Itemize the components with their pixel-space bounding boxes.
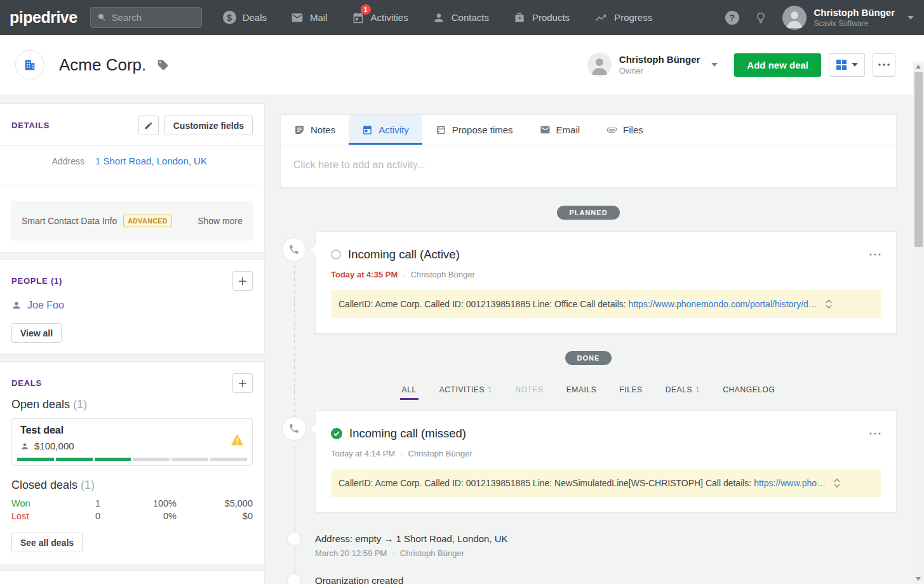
timeline-column (280, 573, 315, 584)
filter-tab-deals[interactable]: DEALS1 (666, 385, 700, 400)
changelog-item-address: Address: empty → 1 Short Road, London, U… (280, 531, 897, 558)
mark-done-checkbox[interactable] (331, 249, 341, 260)
scrollbar-up-arrow-icon[interactable] (916, 65, 921, 69)
activity-user: Christoph Bünger (408, 449, 472, 458)
filter-tab-notes[interactable]: NOTES (515, 385, 543, 400)
nav-item-progress[interactable]: Progress (582, 0, 664, 35)
tips-bulb-icon[interactable] (754, 11, 767, 24)
nav-item-products[interactable]: Products (501, 0, 582, 35)
person-link[interactable]: Joe Foo (27, 300, 64, 311)
owner-dropdown-caret-icon[interactable] (711, 63, 718, 67)
search-input[interactable]: Search (90, 7, 202, 28)
add-person-button[interactable] (232, 271, 253, 291)
closed-deals-stats: Won 1 100% $5,000 Lost 0 0% $0 (11, 497, 253, 522)
deal-item[interactable]: Test deal $100,000 (11, 418, 253, 466)
expand-note-icon[interactable] (825, 299, 833, 309)
scrollbar-thumb[interactable] (914, 72, 923, 247)
tab-propose-times[interactable]: Propose times (422, 115, 526, 145)
email-icon (540, 124, 551, 135)
changelog-item-created: Organization created (280, 573, 897, 584)
plus-icon (238, 277, 247, 286)
scrollbar[interactable] (913, 62, 924, 584)
plus-icon (238, 379, 247, 388)
open-deals-title: Open deals (1) (11, 398, 253, 411)
tag-icon[interactable] (157, 59, 169, 71)
overview-card: OVERVIEW (0, 571, 265, 584)
notes-icon (294, 124, 305, 135)
open-deals-count: (1) (73, 398, 87, 411)
nav-right-cluster: ? Christoph Bünger Scavix Software (725, 6, 924, 30)
add-new-deal-button[interactable]: Add new deal (734, 53, 821, 77)
paperclip-icon (606, 124, 617, 135)
lost-row: Lost 0 0% $0 (11, 510, 253, 522)
add-deal-button[interactable] (232, 373, 253, 393)
scrollbar-down-arrow-icon[interactable] (916, 577, 921, 581)
view-switcher-button[interactable] (829, 53, 865, 77)
call-note: CallerID: Acme Corp. Called ID: 00121398… (331, 469, 881, 497)
done-check-icon[interactable] (331, 428, 342, 439)
user-company: Scavix Software (814, 19, 895, 28)
call-details-link[interactable]: https://www.phonemondo.com/portal/histor… (629, 299, 817, 309)
planned-badge: PLANNED (557, 206, 619, 220)
deals-icon: $ (223, 11, 236, 24)
deals-heading: DEALS (11, 378, 42, 388)
tab-notes[interactable]: Notes (281, 115, 349, 145)
history-filter-tabs: ALL ACTIVITIES1 NOTES EMAILS FILES DEALS… (280, 385, 897, 400)
main-area: Notes Activity Propose times (280, 114, 897, 584)
tab-email[interactable]: Email (526, 115, 594, 145)
call-details-link[interactable]: https://www.pho… (754, 478, 826, 488)
user-menu[interactable]: Christoph Bünger Scavix Software (782, 6, 914, 30)
owner-role: Owner (619, 66, 700, 76)
changelog-time: March 20 12:59 PM (315, 548, 387, 558)
propose-times-icon (436, 124, 446, 135)
filter-tab-emails[interactable]: EMAILS (566, 385, 597, 400)
expand-note-icon[interactable] (833, 478, 841, 488)
nav-item-contacts[interactable]: Contacts (420, 0, 501, 35)
organization-header: Acme Corp. Christoph Bünger Owner Add ne… (0, 35, 924, 95)
nav-item-mail[interactable]: Mail (279, 0, 340, 35)
page-title: Acme Corp. (59, 55, 146, 75)
filter-tab-files[interactable]: FILES (619, 385, 642, 400)
filter-tab-changelog[interactable]: CHANGELOG (723, 385, 775, 400)
customize-fields-button[interactable]: Customize fields (164, 116, 253, 135)
user-name: Christoph Bünger (814, 7, 895, 18)
card-menu-button[interactable] (869, 253, 881, 256)
nav-item-deals[interactable]: $ Deals (211, 0, 279, 35)
tab-activity[interactable]: Activity (349, 115, 422, 145)
activity-calendar-icon (362, 124, 373, 135)
nav-item-activities[interactable]: Activities 1 (340, 0, 420, 35)
deal-value: $100,000 (34, 441, 74, 451)
composer-tabs: Notes Activity Propose times (281, 115, 896, 145)
closed-deals-count: (1) (81, 479, 95, 491)
add-activity-input[interactable]: Click here to add an activity... (281, 145, 896, 187)
grid-icon (836, 60, 847, 70)
pipedrive-organization-page: pipedrive Search $ Deals Mail A (0, 0, 924, 584)
tab-files[interactable]: Files (593, 115, 657, 145)
search-icon (97, 13, 107, 22)
changelog-user: Christoph Bünger (400, 548, 464, 558)
owner-avatar (587, 53, 612, 77)
address-value-link[interactable]: 1 Short Road, London, UK (95, 156, 207, 166)
help-icon[interactable]: ? (725, 11, 739, 25)
filter-tab-activities[interactable]: ACTIVITIES1 (439, 385, 493, 400)
people-card: PEOPLE (1) Joe Foo View all (0, 259, 265, 355)
card-menu-button[interactable] (869, 432, 881, 435)
contacts-icon (432, 11, 445, 24)
address-row: Address 1 Short Road, London, UK (11, 146, 253, 175)
more-options-button[interactable] (873, 53, 895, 77)
changelog-dot-icon (287, 532, 301, 546)
activity-title: Incoming call (Active) (348, 248, 460, 262)
filter-tab-all[interactable]: ALL (402, 385, 417, 400)
deal-owner-icon (20, 442, 29, 451)
changelog-title: Organization created (315, 573, 403, 584)
divider (0, 185, 264, 185)
details-heading: DETAILS (11, 121, 50, 130)
show-more-link[interactable]: Show more (198, 216, 243, 226)
pipedrive-logo[interactable]: pipedrive (10, 8, 77, 27)
done-call-card: Incoming call (missed) Today at 4:14 PM … (315, 410, 897, 513)
timeline-solid-connector (294, 446, 295, 584)
view-all-people-button[interactable]: View all (11, 323, 62, 343)
see-all-deals-button[interactable]: See all deals (11, 533, 83, 552)
edit-details-button[interactable] (138, 116, 159, 135)
timeline-column (280, 231, 315, 334)
